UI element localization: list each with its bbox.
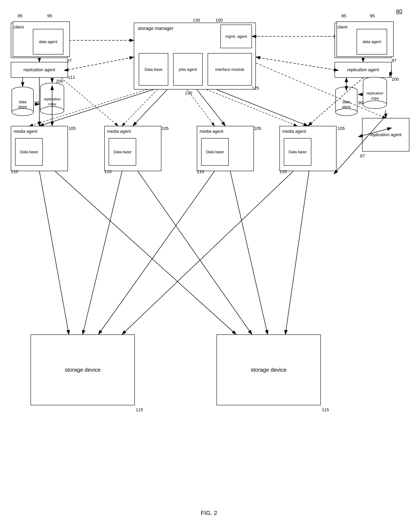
fig2-label: FIG. 2 xyxy=(201,509,217,516)
svg-text:data: data xyxy=(19,100,27,104)
database-box-ma2: Data base xyxy=(109,138,136,166)
media-agent-label-2: media agent xyxy=(107,129,131,134)
mgmt-agent-box: mgmt. agent xyxy=(221,25,252,48)
svg-text:copy: copy xyxy=(48,102,56,106)
num-87-right: 87 xyxy=(392,58,396,63)
replication-agent-label-far-right: replication agent xyxy=(370,132,401,138)
data-store-cylinder-left: data store xyxy=(11,87,35,116)
database-box-center: Data base xyxy=(139,53,168,86)
svg-point-11 xyxy=(40,107,64,114)
num-111: 111 xyxy=(68,75,75,80)
num-110-1: 110 xyxy=(11,169,18,174)
svg-line-45 xyxy=(207,90,297,126)
media-agent-box-4: media agent Data base xyxy=(279,126,337,171)
svg-text:replication: replication xyxy=(44,97,61,101)
num-115-2: 115 xyxy=(322,407,329,412)
media-agent-label-4: media agent xyxy=(282,129,306,134)
num-120: 120 xyxy=(185,91,192,96)
mgmt-agent-label: mgmt. agent xyxy=(225,34,247,39)
svg-line-43 xyxy=(122,90,157,126)
storage-device-label-2: storage device xyxy=(251,366,287,374)
replication-agent-box-right: replication agent xyxy=(335,62,392,78)
num-85-right: 85 xyxy=(341,13,346,19)
replication-copy-cylinder-right: replication copy xyxy=(362,77,388,110)
storage-device-box-2: storage device xyxy=(217,334,321,405)
media-agent-box-3: media agent Data base xyxy=(197,126,254,171)
database-box-ma1: Data base xyxy=(15,138,43,166)
svg-line-55 xyxy=(83,171,122,334)
diagram: 80 client data agent 85 95 replication a… xyxy=(0,0,418,532)
svg-line-40 xyxy=(197,90,225,126)
figure-number: 80 xyxy=(396,8,402,15)
num-200-right: 200 xyxy=(392,77,399,82)
svg-text:store: store xyxy=(18,105,27,109)
interface-module-label: interface module xyxy=(215,67,244,72)
num-85-left: 85 xyxy=(18,13,23,19)
num-125: 125 xyxy=(252,86,259,91)
svg-line-53 xyxy=(39,171,69,334)
jobs-agent-box: jobs agent xyxy=(173,53,203,86)
replication-agent-box-left: replication agent xyxy=(11,62,68,78)
client-label-right: client xyxy=(337,25,347,30)
num-110-3: 110 xyxy=(197,169,204,174)
svg-text:data: data xyxy=(343,100,350,104)
jobs-agent-label: jobs agent xyxy=(179,67,197,72)
num-105-1: 105 xyxy=(69,126,76,131)
svg-text:copy: copy xyxy=(371,96,379,100)
num-105-3: 105 xyxy=(254,126,261,131)
replication-copy-cylinder-left: replication copy xyxy=(39,83,65,116)
svg-line-39 xyxy=(133,90,167,126)
data-agent-label-right: data agent xyxy=(362,39,381,44)
database-box-ma3: Data base xyxy=(201,138,229,166)
svg-line-30 xyxy=(68,57,134,70)
svg-line-54 xyxy=(55,171,236,334)
replication-agent-label-left: replication agent xyxy=(23,67,55,73)
replication-agent-box-far-right: replication agent xyxy=(362,118,409,151)
num-100: 100 xyxy=(216,18,223,23)
svg-point-4 xyxy=(12,109,34,116)
interface-module-box: interface module xyxy=(208,53,252,86)
svg-point-25 xyxy=(363,101,387,109)
media-agent-label-3: media agent xyxy=(199,129,223,134)
num-90-left: 90 xyxy=(35,100,39,105)
media-agent-box-1: media agent Data base xyxy=(11,126,68,171)
data-store-cylinder-right: data store xyxy=(335,87,358,116)
svg-line-31 xyxy=(256,57,335,70)
svg-point-18 xyxy=(336,109,357,116)
num-130: 130 xyxy=(193,18,200,23)
num-87-left: 87 xyxy=(67,58,72,63)
num-110-2: 110 xyxy=(104,169,112,174)
data-agent-label-left: data agent xyxy=(39,39,58,44)
data-agent-box-left: data agent xyxy=(33,29,63,55)
svg-line-57 xyxy=(98,171,215,334)
num-105-2: 105 xyxy=(161,126,169,131)
num-105-4: 105 xyxy=(337,126,345,131)
client-box-right: client data agent xyxy=(335,23,392,58)
replication-agent-label-right: replication agent xyxy=(347,67,379,73)
num-87-far-right: 87 xyxy=(360,153,365,158)
svg-line-60 xyxy=(285,171,309,334)
num-110-4: 110 xyxy=(279,169,287,174)
storage-device-label-1: storage device xyxy=(65,366,101,374)
database-label-ma1: Data base xyxy=(20,149,38,154)
svg-text:replication: replication xyxy=(366,91,383,95)
database-label-ma2: Data base xyxy=(113,149,131,154)
database-label-ma4: Data base xyxy=(289,149,306,154)
svg-line-58 xyxy=(230,171,268,334)
data-agent-box-right: data agent xyxy=(357,29,387,55)
client-label-left: client xyxy=(13,25,23,30)
svg-text:store: store xyxy=(342,105,351,109)
svg-line-41 xyxy=(217,90,308,126)
svg-line-59 xyxy=(122,171,293,334)
svg-line-56 xyxy=(138,171,252,334)
num-115-1: 115 xyxy=(136,407,143,412)
database-label-center: Data base xyxy=(144,67,162,72)
database-box-ma4: Data base xyxy=(284,138,311,166)
svg-line-65 xyxy=(61,78,118,126)
media-agent-box-2: media agent Data base xyxy=(104,126,161,171)
database-label-ma3: Data base xyxy=(206,149,224,154)
storage-device-box-1: storage device xyxy=(31,334,135,405)
client-box-left: client data agent xyxy=(11,23,68,58)
media-agent-label-1: media agent xyxy=(13,129,37,134)
storage-manager-label: storage manager xyxy=(138,26,173,31)
